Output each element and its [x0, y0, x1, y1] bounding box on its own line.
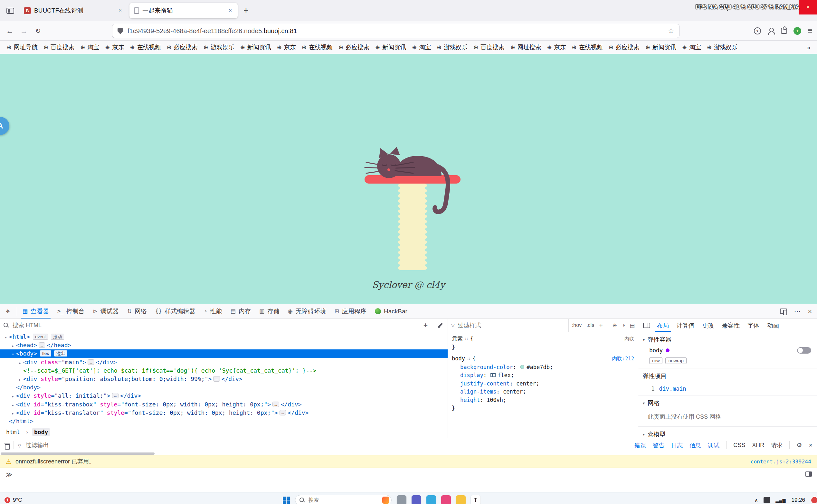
taskbar-app-5[interactable]	[456, 495, 466, 504]
console-filter-警告[interactable]: 警告	[653, 442, 664, 449]
markup-row[interactable]: ▸<div style="all: initial;">…</div>	[0, 392, 448, 400]
bookmark-item[interactable]: ⊕在线视频	[299, 42, 336, 52]
markup-row[interactable]: </body>	[0, 383, 448, 392]
rule-source-link[interactable]: 内联:212	[612, 355, 634, 363]
bookmark-item[interactable]: ⊕新闻资讯	[642, 42, 679, 52]
bookmark-item[interactable]: ⊕游戏娱乐	[704, 42, 741, 52]
extensions-icon[interactable]	[781, 28, 787, 34]
window-minimize-button[interactable]: −	[763, 0, 779, 14]
expand-arrow-icon[interactable]: ▸	[10, 401, 16, 409]
bookmark-item[interactable]: ⊕在线视频	[569, 42, 606, 52]
markup-row[interactable]: ▸<div class="main">…</div>	[0, 358, 448, 366]
console-filter-调试[interactable]: 调试	[708, 442, 719, 449]
expand-arrow-icon[interactable]: ▾	[3, 333, 9, 342]
menu-icon[interactable]: ≡	[808, 26, 812, 36]
bookmark-item[interactable]: ⊕必应搜索	[336, 42, 372, 52]
console-filter-日志[interactable]: 日志	[671, 442, 683, 449]
color-swatch[interactable]	[520, 365, 524, 369]
taskbar-app-4[interactable]	[441, 495, 451, 504]
devtools-close-icon[interactable]: ×	[808, 308, 812, 315]
devtools-tab-accessibility[interactable]: ◉无障碍环境	[284, 304, 330, 319]
devtools-tab-application[interactable]: ⊞应用程序	[330, 304, 371, 319]
body-rule[interactable]: body ∷ { 内联:212	[452, 355, 634, 363]
console-close-icon[interactable]: ×	[809, 442, 812, 449]
firefox-view-button[interactable]	[4, 4, 17, 17]
console-filter-XHR[interactable]: XHR	[752, 442, 764, 449]
node-badge[interactable]: flex	[40, 350, 51, 357]
devtools-tab-inspector[interactable]: ▦查看器	[18, 304, 53, 319]
taskbar-app-1[interactable]	[397, 495, 406, 504]
tab-close-icon[interactable]: ×	[227, 7, 233, 14]
node-badge[interactable]: 滚动	[51, 334, 64, 340]
bookmark-item[interactable]: ⊕游戏娱乐	[201, 42, 237, 52]
element-picker-icon[interactable]: ⌖	[0, 304, 15, 319]
console-settings-icon[interactable]: ⚙	[796, 442, 802, 449]
flex-container-row[interactable]: body	[638, 346, 817, 355]
list-all-tabs-icon[interactable]: ∨	[725, 5, 730, 13]
flex-container-section-header[interactable]: ▾ 弹性容器	[638, 332, 817, 346]
console-filter-请求[interactable]: 请求	[771, 442, 783, 449]
node-badge[interactable]: 溢出	[54, 350, 67, 357]
expand-arrow-icon[interactable]: ▾	[10, 350, 16, 358]
expand-arrow-icon[interactable]: ▸	[10, 392, 16, 401]
bookmark-item[interactable]: ⊕百度搜索	[41, 42, 77, 52]
class-toggle-button[interactable]: .cls	[586, 322, 594, 328]
console-filter-input[interactable]	[25, 442, 160, 449]
bookmark-item[interactable]: ⊕新闻资讯	[372, 42, 409, 52]
bookmark-item[interactable]: ⊕淘宝	[679, 42, 704, 52]
add-rule-button[interactable]: +	[599, 322, 603, 329]
clock[interactable]: 19:26	[791, 497, 805, 503]
browser-tab-buuctf[interactable]: B BUUCTF在线评测 ×	[19, 3, 128, 18]
taskbar-app-2[interactable]	[412, 495, 421, 504]
bookmark-item[interactable]: ⊕百度搜索	[470, 42, 507, 52]
breadcrumb-html[interactable]: html	[4, 428, 22, 436]
devtools-tab-network[interactable]: ⇅网络	[123, 304, 151, 319]
console-filter-CSS[interactable]: CSS	[733, 442, 745, 449]
taskbar-app-6[interactable]: T	[471, 495, 480, 504]
expand-arrow-icon[interactable]: ▸	[17, 376, 23, 384]
css-declaration[interactable]: align-items: center;	[452, 388, 634, 396]
ime-indicator-icon[interactable]	[764, 497, 770, 503]
bookmark-item[interactable]: ⊕京东	[544, 42, 569, 52]
node-badge[interactable]: event	[33, 334, 48, 340]
back-button[interactable]: ←	[3, 25, 16, 37]
dark-theme-icon[interactable]: ◑	[622, 322, 625, 328]
bookmark-item[interactable]: ⊕必应搜索	[606, 42, 642, 52]
window-maximize-button[interactable]: ▢	[781, 0, 797, 14]
css-declaration[interactable]: justify-content: center;	[452, 380, 634, 388]
clear-console-icon[interactable]	[5, 443, 10, 449]
inline-style-rule[interactable]: 元素 ∷ { 内联	[452, 335, 634, 343]
console-filter-错误[interactable]: 错误	[634, 442, 646, 449]
expand-arrow-icon[interactable]: ▸	[17, 359, 23, 367]
bookmark-item[interactable]: ⊕在线视频	[127, 42, 164, 52]
markup-row[interactable]: ▾<html>event滚动	[0, 333, 448, 341]
new-tab-button[interactable]: +	[240, 5, 252, 15]
green-extension-icon[interactable]: +	[793, 27, 801, 35]
sidebar-tab-字体[interactable]: 字体	[744, 319, 763, 332]
devtools-tab-debugger[interactable]: ⊳调试器	[89, 304, 123, 319]
three-pane-toggle-icon[interactable]	[643, 323, 650, 328]
devtools-tab-performance[interactable]: ◔性能	[200, 304, 226, 319]
console-scrollbar[interactable]	[1, 452, 155, 455]
windows-start-icon[interactable]	[283, 497, 290, 504]
devtools-tab-console[interactable]: >_控制台	[53, 304, 89, 319]
account-icon[interactable]	[767, 27, 774, 34]
pocket-icon[interactable]: ∨	[754, 27, 761, 34]
taskbar-search[interactable]	[295, 495, 392, 504]
responsive-design-icon[interactable]	[780, 309, 787, 314]
console-filter-信息[interactable]: 信息	[689, 442, 701, 449]
devtools-tab-style-editor[interactable]: {}样式编辑器	[151, 304, 199, 319]
forward-button[interactable]: →	[17, 25, 30, 37]
taskbar-weather-widget[interactable]: 1 9°C	[5, 492, 22, 504]
sidebar-tab-兼容性[interactable]: 兼容性	[718, 319, 744, 332]
bookmark-item[interactable]: ⊕游戏娱乐	[434, 42, 470, 52]
markup-row[interactable]: ▾<body>flex溢出	[0, 349, 448, 358]
flex-item-row[interactable]: 1 div.main	[638, 383, 817, 395]
sidebar-tab-动画[interactable]: 动画	[763, 319, 783, 332]
grid-section-header[interactable]: ▾ 网格	[638, 395, 817, 410]
network-icon[interactable]: ▂▄▆	[775, 498, 786, 503]
print-media-icon[interactable]: ▤	[630, 322, 635, 328]
translator-fab[interactable]: A	[0, 117, 9, 135]
expand-arrow-icon[interactable]: ▸	[10, 409, 16, 418]
markup-row[interactable]: ▸<div style="position: absolute;bottom: …	[0, 375, 448, 383]
